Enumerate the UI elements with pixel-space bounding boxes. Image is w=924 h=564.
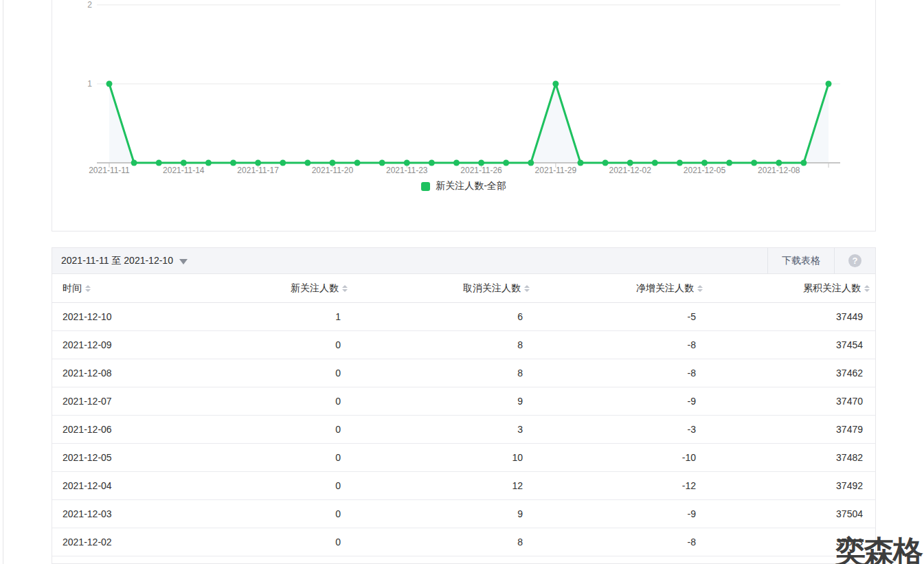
cell-value: 0 xyxy=(176,452,348,463)
cell-value: -12 xyxy=(530,480,703,491)
followers-chart-card: 122021-11-112021-11-142021-11-172021-11-… xyxy=(52,0,876,232)
data-point[interactable] xyxy=(751,160,757,166)
column-header-3[interactable]: 净增关注人数 xyxy=(530,282,703,295)
table-row: 2021-12-1016-537449 xyxy=(52,303,875,331)
cell-value: -8 xyxy=(530,339,703,350)
x-axis-tick-label: 2021-12-02 xyxy=(609,166,651,175)
data-point[interactable] xyxy=(701,160,708,166)
data-point[interactable] xyxy=(379,160,385,166)
cell-value: 6 xyxy=(348,311,530,322)
legend-label: 新关注人数-全部 xyxy=(436,180,506,192)
cell-value: 9 xyxy=(348,508,530,519)
cell-value: 0 xyxy=(176,537,348,548)
x-axis-tick-label: 2021-12-08 xyxy=(758,166,800,175)
cell-value: -9 xyxy=(530,396,703,407)
column-header-4[interactable]: 累积关注人数 xyxy=(703,282,875,295)
cell-value: 37449 xyxy=(703,311,875,322)
column-header-label: 累积关注人数 xyxy=(803,282,861,295)
date-range-selector[interactable]: 2021-11-11 至 2021-12-10 xyxy=(52,248,188,273)
table-body: 2021-12-1016-5374492021-12-0908-83745420… xyxy=(52,303,875,556)
data-point[interactable] xyxy=(652,160,658,166)
x-axis-tick-label: 2021-11-17 xyxy=(237,166,279,175)
watermark-text: 奕森格 xyxy=(835,539,922,564)
data-point[interactable] xyxy=(677,160,683,166)
x-axis-tick-label: 2021-11-23 xyxy=(386,166,428,175)
x-axis-tick-label: 2021-11-11 xyxy=(89,166,130,175)
table-toolbar: 2021-11-11 至 2021-12-10 下载表格 ? xyxy=(52,248,875,274)
legend-marker-icon xyxy=(421,182,430,191)
column-header-1[interactable]: 新关注人数 xyxy=(176,282,348,295)
sort-icon[interactable] xyxy=(524,285,530,292)
data-point[interactable] xyxy=(255,160,261,166)
data-point[interactable] xyxy=(552,81,559,87)
sort-icon[interactable] xyxy=(697,285,703,292)
data-point[interactable] xyxy=(528,160,534,166)
data-point[interactable] xyxy=(503,160,509,166)
data-point[interactable] xyxy=(329,160,335,166)
sort-icon[interactable] xyxy=(85,285,91,292)
cell-value: -8 xyxy=(530,368,703,379)
cell-value: 37479 xyxy=(703,424,875,435)
help-button[interactable]: ? xyxy=(835,248,875,273)
cell-value: 0 xyxy=(176,480,348,491)
data-point[interactable] xyxy=(181,160,187,166)
cell-date: 2021-12-06 xyxy=(52,424,176,435)
page-edge-divider xyxy=(3,0,3,564)
column-header-label: 取消关注人数 xyxy=(463,282,521,295)
data-point[interactable] xyxy=(156,160,162,166)
data-point[interactable] xyxy=(205,160,212,166)
data-point[interactable] xyxy=(429,160,435,166)
x-axis-tick-label: 2021-12-05 xyxy=(684,166,726,175)
table-row: 2021-12-0603-337479 xyxy=(52,416,875,444)
data-point[interactable] xyxy=(800,160,807,166)
x-axis-tick-label: 2021-11-14 xyxy=(163,166,205,175)
help-icon: ? xyxy=(848,254,861,267)
cell-value: 1 xyxy=(176,311,348,322)
data-point[interactable] xyxy=(304,160,311,166)
cell-value: 37454 xyxy=(703,339,875,350)
table-row: 2021-12-0709-937470 xyxy=(52,387,875,416)
column-header-label: 时间 xyxy=(63,282,82,295)
cell-value: 12 xyxy=(348,480,530,491)
cell-date: 2021-12-10 xyxy=(52,311,176,322)
followers-line-chart: 122021-11-112021-11-142021-11-172021-11-… xyxy=(52,0,875,177)
y-axis-tick-label: 2 xyxy=(87,0,92,10)
data-point[interactable] xyxy=(404,160,410,166)
table-row: 2021-12-0808-837462 xyxy=(52,359,875,387)
table-row: 2021-12-05010-1037482 xyxy=(52,444,875,472)
column-header-2[interactable]: 取消关注人数 xyxy=(348,282,530,295)
cell-value: 8 xyxy=(348,368,530,379)
data-point[interactable] xyxy=(453,160,460,166)
cell-date: 2021-12-02 xyxy=(52,537,176,548)
data-point[interactable] xyxy=(354,160,361,166)
table-row: 2021-12-0908-837454 xyxy=(52,331,875,359)
y-axis-tick-label: 1 xyxy=(87,79,92,89)
sort-icon[interactable] xyxy=(864,285,870,292)
sort-icon[interactable] xyxy=(342,285,348,292)
x-axis-tick-label: 2021-11-20 xyxy=(312,166,354,175)
data-point[interactable] xyxy=(230,160,236,166)
cell-value: 0 xyxy=(176,368,348,379)
data-point[interactable] xyxy=(478,160,484,166)
download-table-button[interactable]: 下载表格 xyxy=(767,248,835,273)
cell-value: 37462 xyxy=(703,368,875,379)
data-point[interactable] xyxy=(776,160,782,166)
data-point[interactable] xyxy=(602,160,609,166)
cell-value: -5 xyxy=(530,311,703,322)
table-row: 2021-12-0309-937504 xyxy=(52,500,875,528)
data-point[interactable] xyxy=(726,160,732,166)
data-point[interactable] xyxy=(826,81,832,87)
data-point[interactable] xyxy=(106,81,113,87)
column-header-time[interactable]: 时间 xyxy=(52,282,176,295)
chart-legend[interactable]: 新关注人数-全部 xyxy=(52,180,875,192)
data-point[interactable] xyxy=(280,160,286,166)
cell-value: 3 xyxy=(348,424,530,435)
cell-date: 2021-12-03 xyxy=(52,508,176,519)
cell-value: 8 xyxy=(348,339,530,350)
cell-value: 0 xyxy=(176,424,348,435)
data-point[interactable] xyxy=(627,160,633,166)
data-point[interactable] xyxy=(577,160,583,166)
date-range-label: 2021-11-11 至 2021-12-10 xyxy=(61,255,173,267)
data-point[interactable] xyxy=(131,160,137,166)
table-row: 2021-12-04012-1237492 xyxy=(52,472,875,500)
